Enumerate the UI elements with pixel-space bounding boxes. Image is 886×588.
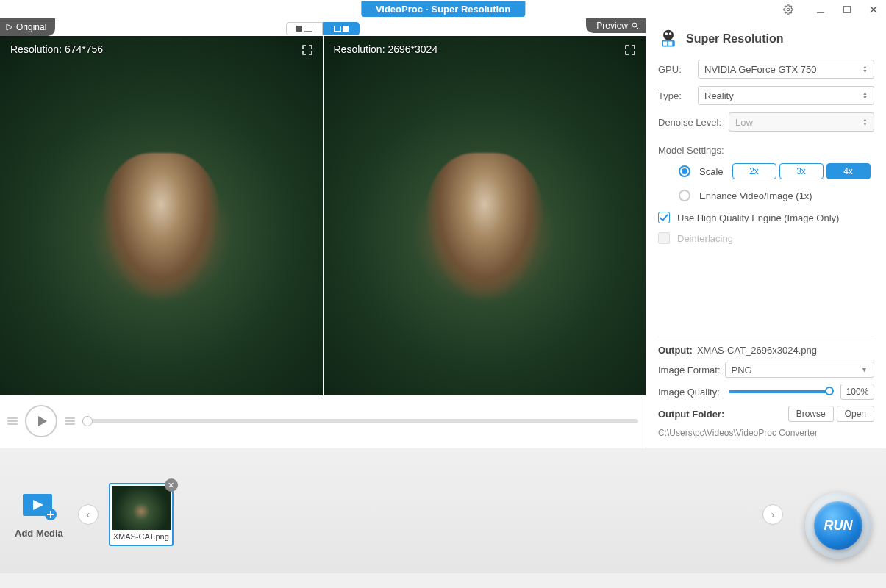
svg-rect-2 (843, 7, 851, 12)
format-value: PNG (732, 365, 752, 376)
run-button-label: RUN (814, 501, 862, 550)
chevron-updown-icon: ▲▼ (862, 65, 868, 74)
enhance-label: Enhance Video/Image (1x) (699, 190, 812, 201)
svg-rect-13 (663, 42, 667, 46)
expand-icon[interactable] (625, 45, 635, 58)
format-select[interactable]: PNG ▼ (725, 362, 874, 378)
gpu-select[interactable]: NVIDIA GeForce GTX 750 ▲▼ (698, 60, 874, 79)
svg-point-10 (665, 32, 668, 35)
preview-resolution-label: Resolution: 2696*3024 (334, 43, 438, 55)
window-title: VideoProc - Super Resolution (361, 1, 525, 17)
media-thumbnail[interactable]: ✕ XMAS-CAT.png (109, 483, 174, 546)
add-media-icon (21, 491, 57, 523)
model-settings-label: Model Settings: (658, 145, 874, 156)
add-media-button[interactable]: Add Media (15, 491, 63, 539)
maximize-button[interactable] (835, 1, 860, 18)
original-resolution-label: Resolution: 674*756 (10, 43, 103, 55)
original-image (0, 36, 323, 395)
grip-icon (7, 410, 18, 432)
add-media-label: Add Media (15, 528, 63, 539)
hq-engine-label: Use High Quality Engine (Image Only) (677, 212, 839, 223)
play-button[interactable] (25, 405, 57, 437)
browse-button[interactable]: Browse (788, 406, 834, 422)
gear-icon[interactable] (776, 1, 801, 18)
gpu-value: NVIDIA GeForce GTX 750 (704, 64, 816, 75)
scale-3x-button[interactable]: 3x (779, 163, 824, 179)
output-section: Output: XMAS-CAT_2696x3024.png Image For… (658, 337, 874, 438)
super-resolution-icon (658, 29, 679, 49)
scale-label: Scale (699, 166, 724, 177)
denoise-value: Low (735, 117, 753, 128)
quality-slider[interactable] (729, 390, 832, 393)
gpu-label: GPU: (658, 64, 692, 75)
preview-image (324, 36, 646, 395)
nav-next-button[interactable]: › (762, 504, 783, 525)
media-strip: Add Media ‹ ✕ XMAS-CAT.png › RUN (0, 448, 886, 573)
denoise-label: Denoise Level: (658, 117, 723, 128)
scale-radio[interactable] (679, 165, 690, 177)
enhance-radio[interactable] (679, 190, 690, 201)
quality-value: 100% (840, 384, 874, 400)
tab-preview-label: Preview (596, 21, 628, 31)
original-pane: Resolution: 674*756 (0, 36, 323, 395)
grip-icon (65, 410, 75, 432)
deinterlacing-label: Deinterlacing (677, 233, 733, 244)
settings-panel: Super Resolution GPU: NVIDIA GeForce GTX… (646, 18, 886, 448)
svg-line-7 (636, 26, 638, 29)
chevron-updown-icon: ▲▼ (862, 91, 868, 100)
svg-point-0 (787, 8, 790, 11)
nav-prev-button[interactable]: ‹ (78, 504, 99, 525)
thumbnail-close-button[interactable]: ✕ (165, 478, 178, 492)
preview-area: Original Preview Resolution: 674*7 (0, 18, 646, 448)
tab-original[interactable]: Original (0, 18, 55, 36)
type-select[interactable]: Reality ▲▼ (698, 86, 874, 105)
preview-pane: Resolution: 2696*3024 (323, 36, 646, 395)
deinterlacing-checkbox (658, 232, 670, 244)
type-value: Reality (704, 90, 734, 101)
open-button[interactable]: Open (837, 406, 874, 422)
chevron-updown-icon: ▲▼ (862, 118, 868, 126)
denoise-select[interactable]: Low ▲▼ (729, 112, 874, 132)
run-button[interactable]: RUN (805, 492, 871, 559)
view-mode-toggle (286, 22, 360, 35)
scale-2x-button[interactable]: 2x (732, 163, 776, 179)
search-icon (631, 21, 640, 30)
timeline-slider[interactable] (82, 419, 638, 423)
svg-point-11 (669, 32, 672, 35)
svg-point-6 (632, 23, 637, 27)
settings-title: Super Resolution (686, 32, 783, 46)
type-label: Type: (658, 90, 692, 101)
hq-engine-checkbox[interactable] (658, 212, 670, 223)
titlebar: VideoProc - Super Resolution (0, 0, 886, 18)
close-button[interactable] (861, 1, 886, 18)
svg-marker-5 (7, 24, 12, 30)
svg-marker-8 (38, 416, 47, 426)
svg-point-9 (663, 30, 674, 40)
view-split-button[interactable] (323, 22, 360, 35)
expand-icon[interactable] (302, 45, 312, 58)
playback-bar (0, 395, 646, 447)
tab-preview[interactable]: Preview (586, 18, 646, 33)
scale-4x-button[interactable]: 4x (826, 163, 871, 179)
view-single-button[interactable] (286, 22, 323, 35)
output-filename: XMAS-CAT_2696x3024.png (697, 345, 817, 356)
play-icon (6, 24, 13, 31)
output-folder-path: C:\Users\pc\Videos\VideoProc Converter (658, 428, 874, 438)
chevron-down-icon: ▼ (861, 366, 868, 373)
quality-label: Image Quality: (658, 387, 720, 398)
thumbnail-filename: XMAS-CAT.png (112, 530, 171, 543)
tab-original-label: Original (16, 22, 46, 32)
thumbnail-image (112, 486, 171, 530)
output-label: Output: (658, 345, 693, 356)
minimize-button[interactable] (808, 1, 833, 18)
output-folder-label: Output Folder: (658, 409, 724, 420)
svg-rect-14 (668, 42, 672, 46)
format-label: Image Format: (658, 365, 721, 376)
